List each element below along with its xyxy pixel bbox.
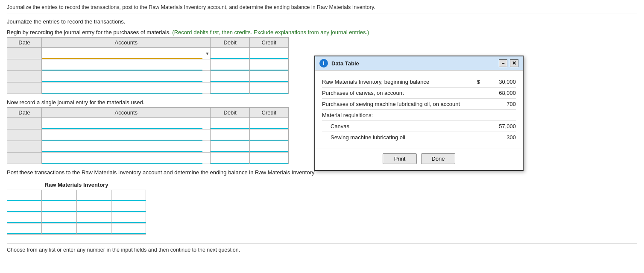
t-account-input[interactable] (77, 190, 111, 201)
credit-cell[interactable] (249, 141, 288, 153)
credit-cell[interactable] (249, 82, 288, 94)
t-account-cell[interactable] (111, 201, 146, 212)
accounts-input[interactable] (42, 141, 202, 152)
date-cell (7, 71, 42, 82)
credit-cell[interactable] (249, 59, 288, 71)
t-account-cell[interactable] (76, 223, 111, 235)
credit-input[interactable] (250, 153, 288, 164)
accounts-input[interactable] (42, 118, 202, 129)
row-label: Canvas (331, 123, 482, 129)
credit-cell[interactable] (249, 118, 288, 129)
credit-cell[interactable] (249, 71, 288, 82)
row-label: Purchases of canvas, on account (322, 90, 482, 96)
t-account-cell[interactable] (7, 201, 42, 212)
accounts-input[interactable] (42, 129, 202, 141)
accounts-cell[interactable]: ▼ (42, 48, 211, 59)
t-account-input[interactable] (111, 223, 146, 234)
top-instruction: Journalize the entries to record the tra… (7, 4, 637, 14)
debit-input[interactable] (211, 129, 249, 141)
credit-input[interactable] (250, 48, 288, 59)
credit-cell[interactable] (249, 153, 288, 164)
print-button[interactable]: Print (383, 153, 417, 164)
t-account-input[interactable] (42, 223, 76, 234)
done-button[interactable]: Done (421, 153, 455, 164)
t-account-input[interactable] (7, 223, 41, 234)
close-button[interactable]: ✕ (510, 59, 518, 67)
t-account-input[interactable] (77, 212, 111, 223)
debit-cell[interactable] (211, 153, 249, 164)
debit-input[interactable] (211, 48, 249, 59)
journal-table-1: Date Accounts Debit Credit ▼ (7, 37, 289, 94)
accounts-cell[interactable] (42, 129, 211, 141)
t-account-input[interactable] (42, 190, 76, 201)
t-account-cell[interactable] (42, 223, 76, 235)
credit-cell[interactable] (249, 129, 288, 141)
accounts-input[interactable] (42, 48, 202, 59)
row-label: Purchases of sewing machine lubricating … (322, 101, 482, 107)
accounts-input[interactable] (42, 59, 202, 70)
row-value: 30,000 (482, 79, 516, 85)
debit-cell[interactable] (211, 59, 249, 71)
t-account-cell[interactable] (76, 212, 111, 223)
dropdown-arrow-icon[interactable]: ▼ (205, 51, 210, 56)
t-account-cell[interactable] (7, 212, 42, 223)
table-row (7, 71, 289, 82)
credit-cell[interactable] (249, 48, 288, 59)
accounts-cell[interactable] (42, 153, 211, 164)
t-account-cell[interactable] (7, 190, 42, 201)
debit-cell[interactable] (211, 129, 249, 141)
debit-cell[interactable] (211, 71, 249, 82)
debit-input[interactable] (211, 141, 249, 152)
credit-input[interactable] (250, 82, 288, 94)
t-account-input[interactable] (111, 190, 146, 201)
t-account-cell[interactable] (42, 201, 76, 212)
accounts-cell[interactable] (42, 118, 211, 129)
popup-controls: − ✕ (499, 59, 518, 67)
t-account-row (7, 190, 146, 201)
t-account-input[interactable] (77, 201, 111, 212)
t-account-cell[interactable] (76, 201, 111, 212)
minimize-button[interactable]: − (499, 59, 507, 67)
credit-input[interactable] (250, 129, 288, 141)
date-cell (7, 59, 42, 71)
accounts-cell[interactable] (42, 59, 211, 71)
t-account-cell[interactable] (7, 223, 42, 235)
t-account-input[interactable] (7, 190, 41, 201)
debit-cell[interactable] (211, 118, 249, 129)
t-account-input[interactable] (7, 212, 41, 223)
debit-cell[interactable] (211, 48, 249, 59)
credit-input[interactable] (250, 141, 288, 152)
debit-input[interactable] (211, 59, 249, 70)
t-account-input[interactable] (111, 212, 146, 223)
credit-input[interactable] (250, 59, 288, 70)
t-account-input[interactable] (7, 201, 41, 212)
accounts-input[interactable] (42, 71, 202, 82)
col-header-date-1: Date (7, 38, 42, 48)
accounts-input[interactable] (42, 82, 202, 94)
credit-input[interactable] (250, 71, 288, 82)
accounts-input[interactable] (42, 153, 202, 164)
t-account-cell[interactable] (111, 190, 146, 201)
debit-input[interactable] (211, 153, 249, 164)
t-account-cell[interactable] (111, 212, 146, 223)
credit-input[interactable] (250, 118, 288, 129)
row-value: 300 (482, 134, 516, 141)
accounts-cell[interactable] (42, 82, 211, 94)
t-account-input[interactable] (77, 223, 111, 234)
col-header-accounts-2: Accounts (42, 108, 211, 118)
t-account-cell[interactable] (42, 190, 76, 201)
accounts-cell[interactable] (42, 141, 211, 153)
debit-input[interactable] (211, 118, 249, 129)
t-account-input[interactable] (42, 212, 76, 223)
debit-cell[interactable] (211, 141, 249, 153)
debit-input[interactable] (211, 71, 249, 82)
t-account-input[interactable] (42, 201, 76, 212)
t-account-input[interactable] (111, 201, 146, 212)
t-account-cell[interactable] (76, 190, 111, 201)
accounts-cell[interactable] (42, 71, 211, 82)
debit-input[interactable] (211, 82, 249, 94)
t-account-cell[interactable] (111, 223, 146, 235)
table-row: ▼ (7, 48, 289, 59)
t-account-cell[interactable] (42, 212, 76, 223)
debit-cell[interactable] (211, 82, 249, 94)
